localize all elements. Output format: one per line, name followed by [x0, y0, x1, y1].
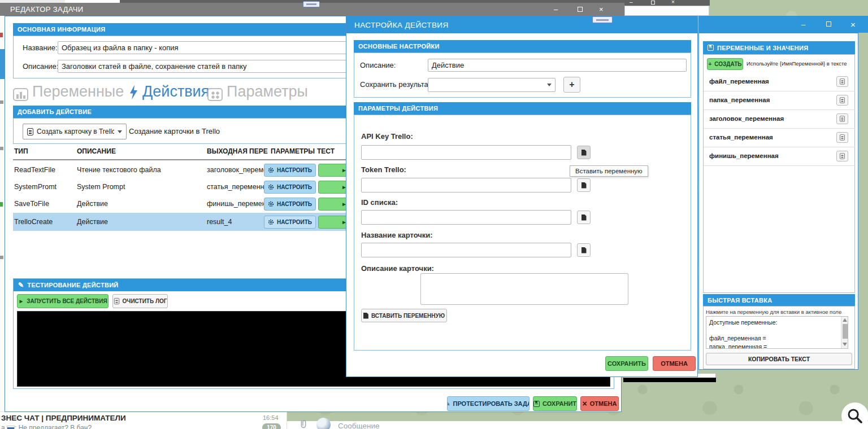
- save-task-button[interactable]: СОХРАНИТ: [533, 396, 577, 411]
- variable-row[interactable]: статья_переменная: [704, 129, 856, 147]
- edit-variable-button[interactable]: [836, 95, 848, 106]
- edit-variable-button[interactable]: [836, 113, 848, 124]
- minimize-icon[interactable]: –: [630, 0, 633, 5]
- basic-settings-header-label: ОСНОВНЫЕ НАСТРОЙКИ: [358, 43, 440, 50]
- minimize-icon[interactable]: –: [801, 21, 806, 28]
- insert-variable-icon-button[interactable]: [577, 243, 591, 257]
- cell-type: ReadTextFile: [14, 166, 55, 174]
- paperclip-icon[interactable]: [298, 419, 309, 429]
- insert-variable-icon-button[interactable]: [577, 178, 591, 192]
- desktop: ЗНЕС ЧАТ | ПРЕДПРИНИМАТЕЛИ 16:54 а : Не …: [0, 0, 868, 429]
- variable-row[interactable]: файл_переменная: [704, 73, 856, 91]
- col-output-var[interactable]: ВЫХОДНАЯ ПЕРЕ: [207, 147, 268, 155]
- edit-icon: [840, 97, 845, 103]
- insert-variable-icon-button[interactable]: [577, 146, 591, 159]
- tab-parameters[interactable]: Параметры: [227, 83, 308, 100]
- edit-variable-button[interactable]: [836, 151, 848, 161]
- close-icon[interactable]: ×: [850, 20, 856, 29]
- message-input[interactable]: Сообщение: [338, 422, 379, 429]
- fragment: [0, 49, 5, 79]
- cancel-task-button[interactable]: × ОТМЕНА: [580, 396, 619, 411]
- insert-variable-icon: [581, 247, 587, 253]
- tooltip: Вставить переменную: [570, 165, 648, 177]
- tab-actions[interactable]: Действия: [142, 83, 209, 100]
- edit-variable-button[interactable]: [836, 76, 848, 87]
- cell-type: SaveToFile: [14, 200, 49, 208]
- clear-log-button[interactable]: ОЧИСТИТЬ ЛОГ: [112, 294, 168, 308]
- card-description-textarea[interactable]: [420, 273, 628, 305]
- insert-variable-icon: [581, 182, 587, 189]
- chat-preview: а : Не предлагает? В бан?: [1, 424, 92, 429]
- gear-icon: [268, 184, 274, 190]
- action-window-titlebar: НАСТРОЙКА ДЕЙСТВИЯ: [346, 16, 697, 33]
- edit-variable-button[interactable]: [836, 132, 848, 143]
- insert-variable-icon-button[interactable]: [577, 211, 591, 224]
- action-description-input[interactable]: Действие: [428, 59, 687, 72]
- pill-bar: [596, 19, 609, 21]
- cell-output: result_4: [207, 218, 232, 226]
- col-test[interactable]: ТЕСТ: [317, 147, 335, 155]
- action-window: НАСТРОЙКА ДЕЙСТВИЯ ОСНОВНЫЕ НАСТРОЙКИ Оп…: [346, 16, 698, 377]
- maximize-icon[interactable]: [826, 21, 831, 27]
- available-variable-line[interactable]: папка_переменная =: [709, 343, 767, 349]
- background-window-body-fragment: [624, 6, 709, 16]
- main-info-header-label: ОСНОВНАЯ ИНФОРМАЦИЯ: [18, 26, 105, 33]
- cell-description: Чтение текстового файла: [77, 166, 161, 174]
- scroll-up-icon[interactable]: [843, 318, 847, 322]
- add-action-header-label: ДОБАВИТЬ ДЕЙСТВИЕ: [18, 108, 92, 115]
- action-type-dropdown[interactable]: Создать карточку в Trellc: [23, 124, 127, 139]
- scroll-thumb[interactable]: [843, 324, 848, 339]
- maximize-icon[interactable]: [651, 1, 655, 5]
- configure-label: НАСТРОИТЬ: [277, 167, 312, 173]
- list-id-label: ID списка:: [361, 198, 398, 207]
- save-icon: [708, 45, 714, 51]
- cancel-action-button[interactable]: ОТМЕНА: [653, 356, 696, 371]
- edit-icon: [840, 78, 845, 84]
- token-input[interactable]: [361, 178, 571, 192]
- col-parameters[interactable]: ПАРАМЕТРЫ: [271, 147, 315, 155]
- available-variables-box[interactable]: Доступные переменные: файл_переменная = …: [706, 316, 848, 349]
- scrollbar[interactable]: [841, 317, 848, 348]
- test-task-button[interactable]: ✎ ПРОТЕСТИРОВАТЬ ЗАДА: [447, 396, 530, 411]
- configure-label: НАСТРОИТЬ: [277, 219, 312, 225]
- configure-button[interactable]: НАСТРОИТЬ: [264, 164, 316, 177]
- close-icon[interactable]: ×: [599, 6, 604, 13]
- minimize-icon[interactable]: –: [554, 6, 558, 13]
- api-key-input[interactable]: [361, 145, 571, 160]
- fragment: [0, 147, 3, 150]
- add-variable-button[interactable]: +: [563, 77, 580, 93]
- create-variable-button[interactable]: + СОЗДАТЬ: [707, 58, 743, 70]
- chat-list-item[interactable]: ЗНЕС ЧАТ | ПРЕДПРИНИМАТЕЛИ 16:54 а : Не …: [0, 412, 287, 429]
- maximize-icon[interactable]: [578, 7, 583, 12]
- variable-name: папка_переменная: [709, 97, 770, 103]
- variable-row[interactable]: папка_переменная: [704, 91, 856, 110]
- list-id-input[interactable]: [361, 210, 571, 225]
- close-icon[interactable]: ×: [671, 0, 675, 5]
- save-action-button[interactable]: СОХРАНИТЬ: [605, 356, 648, 371]
- unread-badge: 170: [262, 423, 281, 429]
- basic-settings-box: Описание: Действие Сохранить результат в…: [354, 52, 691, 98]
- scroll-down-icon[interactable]: [843, 343, 847, 346]
- save-action-label: СОХРАНИТЬ: [607, 360, 646, 367]
- configure-button[interactable]: НАСТРОИТЬ: [264, 198, 316, 211]
- variable-row[interactable]: заголовок_переменная: [704, 110, 856, 129]
- search-button[interactable]: [841, 402, 868, 429]
- save-result-select[interactable]: [428, 78, 555, 92]
- testing-header-label: ТЕСТИРОВАНИЕ ДЕЙСТВИЙ: [27, 282, 118, 288]
- insert-variable-button[interactable]: ВСТАВИТЬ ПЕРЕМЕННУЮ: [361, 309, 447, 322]
- tab-variables[interactable]: Переменные: [32, 83, 124, 100]
- configure-button[interactable]: НАСТРОИТЬ: [264, 181, 316, 194]
- variable-row[interactable]: финишь_переменная: [704, 147, 856, 166]
- available-variable-line[interactable]: файл_переменная =: [709, 335, 766, 342]
- variable-name: финишь_переменная: [709, 152, 779, 159]
- card-name-input[interactable]: [361, 243, 571, 257]
- configure-button[interactable]: НАСТРОИТЬ: [264, 216, 316, 229]
- col-type[interactable]: ТИП: [14, 147, 28, 155]
- action-params-box: API Key Trello: Token Trello: ID списка:…: [354, 115, 691, 351]
- run-all-actions-button[interactable]: ► ЗАПУСТИТЬ ВСЕ ДЕЙСТВИЯ: [17, 294, 108, 308]
- action-params-header: ПАРАМЕТРЫ ДЕЙСТВИЯ: [354, 102, 691, 115]
- col-description[interactable]: ОПИСАНИЕ: [77, 147, 116, 155]
- chat-title: ЗНЕС ЧАТ | ПРЕДПРИНИМАТЕЛИ: [1, 414, 126, 422]
- copy-text-button[interactable]: КОПИРОВАТЬ ТЕКСТ: [706, 353, 852, 365]
- configure-label: НАСТРОИТЬ: [277, 201, 312, 207]
